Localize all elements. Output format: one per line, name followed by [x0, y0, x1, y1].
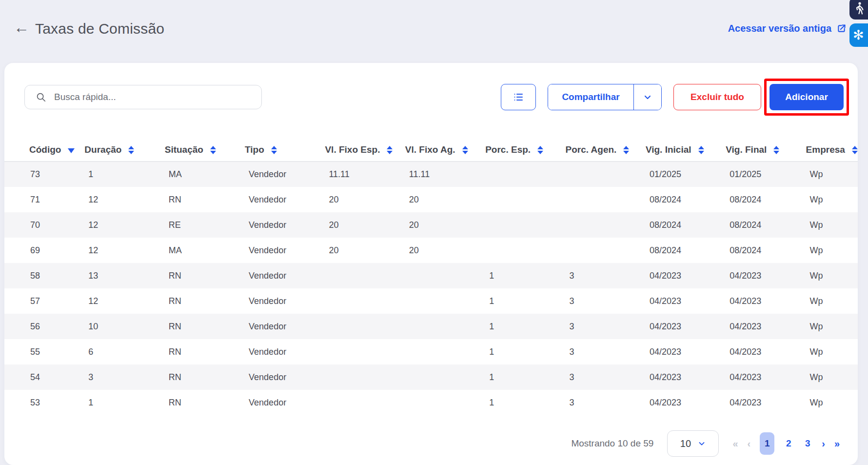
table-cell: 04/2023	[726, 288, 806, 314]
table-body: 731MAVendedor11.1111.1101/202501/2025Wp7…	[4, 162, 858, 415]
table-cell: 04/2023	[726, 339, 806, 364]
table-cell: RN	[165, 288, 245, 314]
table-row[interactable]: 7012REVendedor202008/202408/2024Wp	[4, 212, 858, 238]
table-row[interactable]: 5712RNVendedor1304/202304/2023Wp	[4, 288, 858, 314]
column-header[interactable]: Vl. Fixo Esp.	[325, 139, 405, 162]
table-row[interactable]: 731MAVendedor11.1111.1101/202501/2025Wp	[4, 162, 858, 187]
table-cell: 08/2024	[646, 238, 726, 263]
quick-search[interactable]	[24, 85, 262, 109]
table-cell: 3	[566, 339, 646, 364]
column-header-label: Duração	[84, 144, 121, 155]
table-row[interactable]: 5610RNVendedor1304/202304/2023Wp	[4, 314, 858, 339]
annotation-highlight-box: Adicionar	[764, 79, 849, 116]
column-header[interactable]: Vl. Fixo Ag.	[405, 139, 485, 162]
table-cell	[485, 212, 565, 238]
table-cell: 08/2024	[726, 187, 806, 212]
table-cell: RN	[165, 263, 245, 288]
share-split-button: Compartilhar	[548, 84, 662, 110]
share-dropdown-button[interactable]	[633, 84, 661, 110]
table-cell: 04/2023	[726, 390, 806, 415]
table-cell: Vendedor	[245, 288, 325, 314]
next-page-button[interactable]: ›	[822, 438, 825, 449]
external-link-icon	[836, 23, 847, 34]
table-cell: Vendedor	[245, 238, 325, 263]
table-cell: 3	[566, 263, 646, 288]
table-cell: 1	[485, 390, 565, 415]
table-cell: 1	[485, 288, 565, 314]
table-row[interactable]: 531RNVendedor1304/202304/2023Wp	[4, 390, 858, 415]
page-number[interactable]: 3	[803, 438, 812, 449]
table-cell: 20	[405, 187, 485, 212]
last-page-button[interactable]: »	[834, 438, 840, 449]
page-size-select[interactable]: 10	[667, 430, 719, 457]
list-view-button[interactable]	[501, 84, 536, 110]
search-input[interactable]	[54, 92, 261, 102]
commission-rates-card: Compartilhar Excluir tudo Adicionar Códi…	[4, 63, 858, 465]
commission-rates-table: CódigoDuraçãoSituaçãoTipoVl. Fixo Esp.Vl…	[4, 139, 858, 415]
table-cell: Wp	[806, 162, 858, 187]
table-cell: 08/2024	[646, 212, 726, 238]
prev-page-button[interactable]: ‹	[748, 438, 751, 449]
table-cell: 12	[84, 238, 164, 263]
table-cell: 08/2024	[726, 238, 806, 263]
table-cell: 1	[485, 263, 565, 288]
table-cell: 1	[485, 364, 565, 390]
column-header[interactable]: Empresa	[806, 139, 858, 162]
table-cell: Vendedor	[245, 187, 325, 212]
column-header[interactable]: Vig. Inicial	[646, 139, 726, 162]
table-cell: Vendedor	[245, 162, 325, 187]
column-header[interactable]: Duração	[84, 139, 164, 162]
page-number[interactable]: 2	[784, 438, 793, 449]
share-button[interactable]: Compartilhar	[548, 84, 633, 110]
column-header[interactable]: Tipo	[245, 139, 325, 162]
table-cell: 01/2025	[726, 162, 806, 187]
openai-logo-icon[interactable]: ✻	[849, 23, 868, 47]
table-cell: RN	[165, 339, 245, 364]
table-row[interactable]: 6912MAVendedor202008/202408/2024Wp	[4, 238, 858, 263]
chevron-down-icon	[697, 439, 706, 448]
page-size-value: 10	[680, 438, 691, 449]
column-header[interactable]: Porc. Agen.	[566, 139, 646, 162]
table-cell	[566, 162, 646, 187]
old-version-link-label: Acessar versão antiga	[728, 23, 831, 34]
table-cell	[485, 162, 565, 187]
showing-count-label: Mostrando 10 de 59	[571, 438, 653, 449]
table-row[interactable]: 5813RNVendedor1304/202304/2023Wp	[4, 263, 858, 288]
table-cell: 3	[566, 390, 646, 415]
person-extension-icon[interactable]	[849, 0, 868, 20]
delete-all-button[interactable]: Excluir tudo	[673, 84, 761, 110]
table-cell	[325, 390, 405, 415]
table-row[interactable]: 556RNVendedor1304/202304/2023Wp	[4, 339, 858, 364]
table-cell: 04/2023	[726, 364, 806, 390]
table-cell: 04/2023	[646, 288, 726, 314]
column-header[interactable]: Vig. Final	[726, 139, 806, 162]
old-version-link[interactable]: Acessar versão antiga	[728, 23, 847, 34]
sort-icon	[773, 146, 779, 154]
column-header-label: Empresa	[806, 144, 845, 155]
page-number-active[interactable]: 1	[760, 432, 774, 455]
table-cell: 6	[84, 339, 164, 364]
table-cell: 1	[84, 390, 164, 415]
table-row[interactable]: 543RNVendedor1304/202304/2023Wp	[4, 364, 858, 390]
column-header-label: Vl. Fixo Ag.	[405, 144, 455, 155]
table-cell: 1	[485, 314, 565, 339]
table-row[interactable]: 7112RNVendedor202008/202408/2024Wp	[4, 187, 858, 212]
table-cell: 12	[84, 187, 164, 212]
first-page-button[interactable]: «	[732, 438, 738, 449]
table-cell: Wp	[806, 263, 858, 288]
table-cell	[485, 238, 565, 263]
table-cell	[405, 364, 485, 390]
sort-icon	[271, 146, 277, 154]
column-header-label: Vig. Final	[726, 144, 767, 155]
table-cell: RN	[165, 187, 245, 212]
table-cell	[566, 212, 646, 238]
list-icon	[513, 91, 524, 103]
add-button[interactable]: Adicionar	[769, 84, 844, 110]
column-header[interactable]: Código	[4, 139, 84, 162]
table-cell: 73	[4, 162, 84, 187]
column-header-label: Porc. Esp.	[485, 144, 531, 155]
back-arrow-icon[interactable]: ←	[14, 20, 29, 35]
table-cell: 71	[4, 187, 84, 212]
column-header[interactable]: Situação	[165, 139, 245, 162]
column-header[interactable]: Porc. Esp.	[485, 139, 565, 162]
